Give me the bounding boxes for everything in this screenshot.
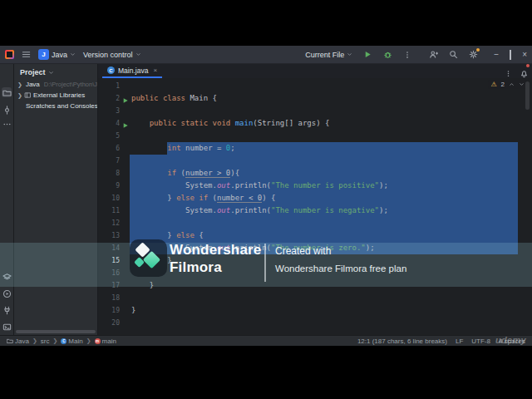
commit-tool-icon[interactable] [2,105,12,115]
class-file-icon: C [107,66,115,74]
line-number: 9 [98,180,120,192]
minimize-button[interactable]: − [494,51,499,59]
settings-button[interactable] [469,50,478,59]
tab-main-java[interactable]: C Main.java × [102,64,162,76]
activity-bar [0,64,14,335]
code-line-7[interactable]: 7 [98,155,532,167]
code-line-12[interactable]: 12 [98,217,532,229]
watermark-band [0,243,532,287]
project-widget[interactable]: J Java [38,49,76,60]
breadcrumb-item-main[interactable]: mmain [95,337,116,345]
terminal-tool-icon[interactable] [2,322,12,332]
tree-item-path: D:\Project\Python\Java [44,81,98,88]
breadcrumb-separator: ❯ [86,337,91,344]
project-tool-icon[interactable] [2,87,12,97]
code-text: if (number > 0){ [131,167,239,180]
settings-notification-dot [476,48,480,52]
tab-close-icon[interactable]: × [153,66,157,74]
breadcrumb-label: Main [68,337,82,345]
run-button[interactable] [363,50,372,59]
ide-logo [5,50,14,59]
letterbox-top [0,0,532,46]
tree-item-java[interactable]: ❯ Java D:\Project\Python\Java [14,79,97,90]
code-text: System.out.println("The number is positi… [131,180,388,192]
status-item[interactable]: 12:1 (187 chars, 6 line breaks) [357,337,447,345]
more-tools-icon[interactable] [2,119,12,129]
breadcrumb-item-src[interactable]: src [41,337,50,345]
letterbox-bottom [0,346,532,399]
status-item[interactable]: UTF-8 [471,337,490,345]
line-number: 8 [98,167,120,180]
breadcrumb-separator: ❯ [32,337,37,344]
code-line-9[interactable]: 9 System.out.println("The number is posi… [98,180,532,192]
vcs-widget[interactable]: Version control [83,51,141,59]
code-text: } [131,304,135,317]
method-icon: m [95,338,101,344]
screen: J Java Version control Current File [0,0,532,399]
chevron-down-icon [48,70,54,76]
line-number: 13 [98,229,120,242]
library-icon [24,91,32,99]
code-line-4[interactable]: 4 public static void main(String[] args)… [98,117,532,130]
more-actions-button[interactable] [403,50,411,59]
tab-label: Main.java [118,66,148,75]
line-number: 19 [98,304,120,317]
code-line-19[interactable]: 19} [98,304,532,317]
expand-chevron-icon[interactable]: ❯ [17,81,22,88]
code-editor[interactable]: ⚠ 2 12public class Main {34 public stati… [98,78,532,335]
code-text: public class Main { [131,92,217,105]
breadcrumb-item-java[interactable]: Java [7,337,29,345]
code-line-11[interactable]: 11 System.out.println("The number is neg… [98,204,532,217]
code-line-8[interactable]: 8 if (number > 0){ [98,167,532,180]
project-menu-label: Java [52,51,67,59]
code-text: } else if (number < 0) { [131,192,275,204]
code-line-10[interactable]: 10 } else if (number < 0) { [98,192,532,204]
project-panel: Project ❯ Java D:\Project\Python\Java ❯ … [14,64,98,335]
breadcrumb-item-main[interactable]: CMain [61,337,82,345]
project-panel-header[interactable]: Project [14,64,97,79]
code-text: public static void main(String[] args) { [131,117,329,130]
code-line-13[interactable]: 13 } else { [98,229,532,242]
expand-chevron-icon[interactable]: ❯ [17,92,22,99]
debug-button[interactable] [383,50,392,59]
line-number: 4 [98,117,120,130]
code-with-me-button[interactable] [429,50,438,59]
code-text: System.out.println("The number is negati… [131,204,388,217]
code-line-18[interactable]: 18 [98,292,532,304]
hamburger-menu-icon[interactable] [22,50,31,59]
vcs-menu-label: Version control [83,51,133,59]
line-number: 7 [98,155,120,167]
code-line-2[interactable]: 2public class Main { [98,92,532,105]
line-number: 2 [98,92,120,105]
breadcrumb-separator: ❯ [52,337,57,344]
plugin-tool-icon[interactable] [2,305,12,315]
editor-tab-bar: C Main.java × [98,64,532,78]
code-line-3[interactable]: 3 [98,105,532,117]
tree-item-scratches[interactable]: Scratches and Consoles [14,101,97,111]
code-line-5[interactable]: 5 [98,130,532,142]
tree-item-label: Java [26,81,40,88]
code-text: } else { [131,229,204,242]
close-button[interactable]: × [522,51,527,59]
run-config-selector[interactable]: Current File [305,51,352,59]
code-line-6[interactable]: 6 int number = 0; [98,142,532,155]
status-item[interactable]: LF [456,337,463,345]
udemy-watermark: udemy [495,335,526,345]
chevron-down-icon [70,52,76,57]
chevron-down-icon [347,52,352,57]
breadcrumb-label: Java [15,337,29,345]
notification-dot [526,64,530,67]
search-everywhere-button[interactable] [449,50,458,59]
maximize-button[interactable] [510,51,511,59]
line-number: 18 [98,292,120,304]
code-line-1[interactable]: 1 [98,80,532,92]
project-panel-hscrollbar[interactable] [16,330,96,333]
services-tool-icon[interactable] [2,288,12,298]
code-line-20[interactable]: 20 [98,317,532,329]
line-number: 6 [98,142,120,155]
tree-item-external-libraries[interactable]: ❯ External Libraries [14,90,97,101]
chevron-down-icon [135,52,141,57]
editor-area: C Main.java × [98,64,532,335]
class-icon: C [61,338,66,344]
line-number: 10 [98,192,120,204]
